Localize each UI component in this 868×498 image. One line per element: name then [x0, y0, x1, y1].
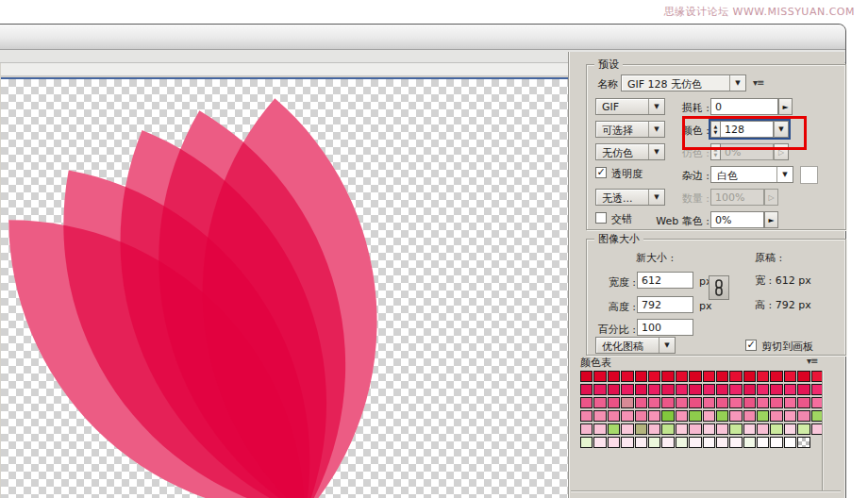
color-swatch[interactable]	[729, 410, 742, 422]
color-swatch[interactable]	[729, 384, 742, 395]
color-swatch[interactable]	[621, 410, 633, 422]
transparency-checkbox[interactable]	[595, 167, 607, 178]
color-swatch[interactable]	[689, 410, 701, 422]
color-swatch[interactable]	[608, 410, 620, 422]
color-swatch[interactable]	[580, 371, 593, 382]
color-swatch[interactable]	[689, 371, 701, 382]
color-swatch[interactable]	[661, 410, 674, 422]
color-swatch[interactable]	[621, 384, 633, 395]
color-swatch[interactable]	[784, 371, 796, 382]
link-dimensions-button[interactable]	[709, 275, 729, 300]
color-swatch[interactable]	[729, 437, 742, 448]
transparency-dither-dropdown[interactable]: 无透...	[595, 189, 665, 206]
clip-to-artboard-checkbox[interactable]	[745, 340, 757, 351]
color-swatch[interactable]	[716, 423, 728, 435]
color-swatch[interactable]	[608, 423, 620, 435]
color-swatch[interactable]	[593, 397, 606, 408]
chevron-down-icon[interactable]	[659, 338, 675, 353]
color-swatch[interactable]	[593, 371, 606, 382]
chevron-down-icon[interactable]	[776, 167, 793, 182]
color-swatch[interactable]	[648, 384, 660, 395]
color-swatch[interactable]	[648, 437, 660, 448]
color-swatch[interactable]	[580, 397, 593, 408]
color-swatch[interactable]	[797, 410, 810, 422]
matte-dropdown[interactable]: 白色	[710, 166, 793, 183]
color-swatch[interactable]	[757, 410, 769, 422]
palette-dropdown[interactable]: 可选择	[595, 121, 665, 138]
color-swatch[interactable]	[621, 397, 633, 408]
color-swatch[interactable]	[743, 423, 756, 435]
color-swatch[interactable]	[703, 423, 715, 435]
optimize-artwork-button[interactable]: 优化图稿	[595, 337, 676, 354]
color-swatch[interactable]	[716, 397, 728, 408]
color-swatch[interactable]	[648, 397, 660, 408]
color-swatch[interactable]	[716, 384, 728, 395]
color-swatch[interactable]	[797, 384, 810, 395]
color-swatch[interactable]	[676, 397, 688, 408]
image-preview-canvas[interactable]	[1, 77, 570, 498]
format-dropdown[interactable]: GIF	[595, 98, 665, 115]
lossy-slider-button[interactable]	[778, 98, 793, 115]
color-swatch[interactable]	[621, 437, 633, 448]
lossy-field[interactable]: 0	[710, 98, 778, 115]
color-swatch[interactable]	[757, 384, 769, 395]
color-swatch[interactable]	[729, 397, 742, 408]
color-swatch[interactable]	[689, 437, 701, 448]
color-swatch[interactable]	[716, 410, 728, 422]
color-swatch[interactable]	[770, 397, 782, 408]
color-table-scroll-track[interactable]	[822, 371, 841, 491]
color-swatch[interactable]	[689, 423, 701, 435]
transparency-swatch[interactable]	[797, 437, 810, 448]
color-swatch[interactable]	[757, 437, 769, 448]
percent-field[interactable]: 100	[637, 319, 693, 336]
color-swatch[interactable]	[689, 384, 701, 395]
color-swatch[interactable]	[661, 384, 674, 395]
color-swatch[interactable]	[608, 371, 620, 382]
color-swatch[interactable]	[716, 437, 728, 448]
color-swatch[interactable]	[648, 410, 660, 422]
color-swatch[interactable]	[608, 397, 620, 408]
height-field[interactable]: 792	[637, 296, 693, 313]
color-swatch[interactable]	[635, 410, 647, 422]
color-swatch[interactable]	[689, 397, 701, 408]
color-swatch[interactable]	[661, 397, 674, 408]
color-swatch[interactable]	[580, 410, 593, 422]
websnap-slider-button[interactable]	[764, 211, 778, 228]
color-swatch[interactable]	[703, 397, 715, 408]
color-swatch[interactable]	[797, 371, 810, 382]
color-table-menu-icon[interactable]	[807, 356, 817, 366]
color-swatch[interactable]	[770, 437, 782, 448]
color-swatch[interactable]	[676, 410, 688, 422]
color-swatch[interactable]	[608, 437, 620, 448]
color-swatch[interactable]	[703, 437, 715, 448]
color-swatch[interactable]	[729, 371, 742, 382]
color-swatch[interactable]	[784, 423, 796, 435]
color-swatch[interactable]	[703, 384, 715, 395]
width-field[interactable]: 612	[637, 272, 693, 289]
color-swatch[interactable]	[703, 371, 715, 382]
color-swatch[interactable]	[770, 384, 782, 395]
color-swatch[interactable]	[797, 423, 810, 435]
color-swatch[interactable]	[770, 410, 782, 422]
matte-color-swatch[interactable]	[800, 166, 818, 184]
color-swatch[interactable]	[743, 397, 756, 408]
dither-mode-dropdown[interactable]: 无仿色	[595, 143, 665, 160]
chevron-down-icon[interactable]	[729, 75, 745, 91]
color-swatch[interactable]	[635, 371, 647, 382]
color-swatch[interactable]	[743, 384, 756, 395]
color-swatch[interactable]	[743, 410, 756, 422]
color-swatch[interactable]	[729, 423, 742, 435]
color-swatch[interactable]	[580, 384, 593, 395]
color-swatch[interactable]	[784, 437, 796, 448]
color-swatch[interactable]	[593, 410, 606, 422]
interlace-checkbox[interactable]	[595, 212, 607, 224]
color-swatch[interactable]	[593, 437, 606, 448]
color-swatch[interactable]	[580, 423, 593, 435]
color-swatch[interactable]	[661, 371, 674, 382]
color-swatch[interactable]	[621, 371, 633, 382]
color-swatch[interactable]	[784, 384, 796, 395]
color-swatch[interactable]	[593, 423, 606, 435]
color-swatch[interactable]	[648, 371, 660, 382]
color-swatch[interactable]	[784, 410, 796, 422]
color-swatch[interactable]	[770, 371, 782, 382]
